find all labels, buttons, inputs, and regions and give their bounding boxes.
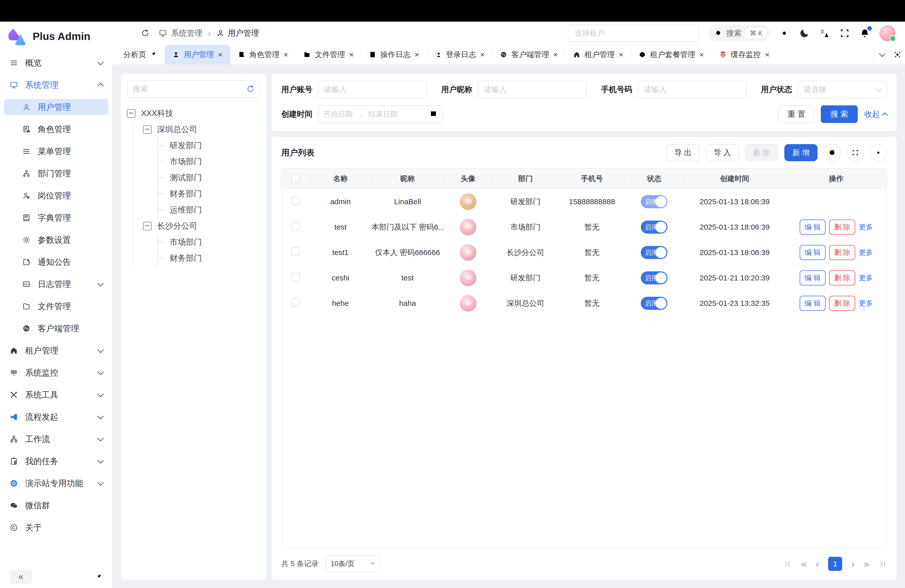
sidebar-item-workflow[interactable]: 工作流 bbox=[4, 431, 108, 447]
close-icon[interactable] bbox=[553, 51, 558, 59]
fullscreen-icon[interactable] bbox=[839, 28, 850, 39]
avatar[interactable] bbox=[880, 25, 895, 41]
sidebar-item-overview[interactable]: 概览 bbox=[4, 55, 108, 71]
delete-row-button[interactable]: 删 除 bbox=[829, 245, 855, 260]
close-icon[interactable] bbox=[349, 51, 354, 59]
delete-row-button[interactable]: 删 除 bbox=[829, 270, 855, 286]
status-toggle[interactable]: 启用 bbox=[641, 221, 667, 234]
page-size-select[interactable]: 10条/页 bbox=[325, 556, 380, 572]
close-icon[interactable] bbox=[414, 51, 419, 59]
sidebar-item-system-mgmt[interactable]: 系统管理 bbox=[4, 77, 108, 93]
global-search-button[interactable]: 搜索 ⌘ K bbox=[708, 25, 770, 41]
tree-refresh-icon[interactable] bbox=[241, 85, 260, 93]
tree-node-leaf[interactable]: 市场部门 bbox=[158, 234, 260, 250]
sidebar-item-user-mgmt[interactable]: 用户管理 bbox=[4, 99, 108, 115]
status-toggle[interactable]: 启用 bbox=[641, 297, 667, 310]
tree-collapse-icon[interactable] bbox=[143, 125, 152, 134]
table-refresh-button[interactable] bbox=[824, 144, 841, 161]
tree-node-leaf[interactable]: 研发部门 bbox=[158, 138, 260, 154]
more-link[interactable]: 更多 bbox=[859, 274, 873, 282]
edit-button[interactable]: 编 辑 bbox=[800, 270, 826, 286]
sidebar-item-tenant-mgmt[interactable]: 租户管理 bbox=[4, 343, 108, 359]
row-checkbox[interactable] bbox=[291, 273, 300, 281]
row-checkbox[interactable] bbox=[291, 248, 300, 256]
sidebar-item-dict-mgmt[interactable]: 字典管理 bbox=[4, 210, 108, 226]
tabs-dropdown-button[interactable] bbox=[874, 45, 890, 64]
breadcrumb-level1[interactable]: 系统管理 bbox=[171, 28, 202, 38]
pin-icon[interactable] bbox=[150, 50, 157, 59]
more-link[interactable]: 更多 bbox=[859, 223, 873, 231]
delete-row-button[interactable]: 删 除 bbox=[829, 296, 855, 311]
import-button[interactable]: 导 入 bbox=[706, 144, 739, 161]
tree-collapse-icon[interactable] bbox=[143, 222, 152, 230]
current-page-button[interactable]: 1 bbox=[828, 557, 842, 571]
sidebar-item-system-monitor[interactable]: 系统监控 bbox=[4, 365, 108, 381]
tab-analysis[interactable]: 分析页 bbox=[116, 45, 165, 64]
table-settings-button[interactable] bbox=[870, 144, 887, 161]
more-link[interactable]: 更多 bbox=[859, 248, 873, 256]
sidebar-item-client-mgmt[interactable]: 客户端管理 bbox=[4, 320, 108, 337]
sidebar-item-demo-features[interactable]: 演示站专用功能 bbox=[4, 475, 108, 491]
tab-client-mgmt[interactable]: 客户端管理 bbox=[492, 45, 565, 64]
sidebar-item-menu-mgmt[interactable]: 菜单管理 bbox=[4, 143, 108, 159]
nickname-input[interactable] bbox=[478, 81, 587, 99]
status-toggle[interactable]: 启用 bbox=[641, 271, 667, 284]
tree-node-root[interactable]: XXX科技 bbox=[127, 105, 260, 121]
sidebar-item-file-mgmt[interactable]: 文件管理 bbox=[4, 298, 108, 315]
tree-node-leaf[interactable]: 测试部门 bbox=[158, 170, 260, 186]
table-fullscreen-button[interactable] bbox=[847, 144, 864, 161]
phone-input[interactable] bbox=[638, 81, 747, 99]
last-page-button[interactable] bbox=[878, 559, 887, 568]
tab-user-mgmt[interactable]: 用户管理 bbox=[165, 45, 230, 64]
delete-button[interactable]: 删 除 bbox=[745, 144, 778, 161]
sidebar-collapse-button[interactable]: « bbox=[10, 570, 32, 584]
sidebar-item-notice[interactable]: 通知公告 bbox=[4, 254, 108, 270]
tree-collapse-icon[interactable] bbox=[127, 109, 135, 118]
add-button[interactable]: 新 增 bbox=[784, 144, 818, 161]
sidebar-item-system-tools[interactable]: 系统工具 bbox=[4, 387, 108, 403]
prev-jump-button[interactable] bbox=[801, 559, 807, 569]
tab-role-mgmt[interactable]: 角色管理 bbox=[230, 45, 296, 64]
tree-node-leaf[interactable]: 财务部门 bbox=[158, 186, 260, 202]
row-checkbox[interactable] bbox=[291, 197, 300, 205]
tree-node-leaf[interactable]: 运维部门 bbox=[158, 202, 260, 218]
sidebar-item-wechat-group[interactable]: 微信群 bbox=[4, 497, 108, 513]
close-icon[interactable] bbox=[218, 51, 223, 59]
sidebar-item-post-mgmt[interactable]: 岗位管理 bbox=[4, 188, 108, 204]
date-range-picker[interactable]: 开始日期 结束日期 bbox=[318, 105, 443, 123]
first-page-button[interactable] bbox=[784, 559, 792, 568]
sidebar-item-log-mgmt[interactable]: 日志管理 bbox=[4, 276, 108, 292]
select-all-checkbox[interactable] bbox=[291, 174, 300, 182]
tab-tenant-mgmt[interactable]: 租户管理 bbox=[565, 45, 631, 64]
close-icon[interactable] bbox=[284, 51, 288, 59]
row-checkbox[interactable] bbox=[291, 222, 300, 230]
sidebar-item-about[interactable]: 关于 bbox=[4, 520, 108, 536]
tab-login-log[interactable]: 登录日志 bbox=[427, 45, 492, 64]
edit-button[interactable]: 编 辑 bbox=[800, 245, 826, 260]
tree-node-leaf[interactable]: 市场部门 bbox=[158, 154, 260, 170]
more-link[interactable]: 更多 bbox=[859, 299, 873, 307]
row-checkbox[interactable] bbox=[291, 298, 300, 307]
close-icon[interactable] bbox=[765, 51, 770, 59]
sidebar-item-my-tasks[interactable]: 我的任务 bbox=[4, 453, 108, 469]
tree-node-branch[interactable]: 长沙分公司 bbox=[133, 218, 260, 234]
dark-mode-moon-icon[interactable] bbox=[799, 28, 810, 39]
sidebar-item-process-start[interactable]: 流程发起 bbox=[4, 409, 108, 425]
collapse-filter-link[interactable]: 收起 bbox=[864, 109, 887, 119]
content-fullscreen-button[interactable] bbox=[890, 45, 905, 64]
account-input[interactable] bbox=[318, 81, 427, 99]
close-icon[interactable] bbox=[619, 51, 624, 59]
gear-icon[interactable] bbox=[779, 28, 790, 39]
close-icon[interactable] bbox=[480, 51, 485, 59]
search-button[interactable]: 搜 索 bbox=[821, 105, 858, 123]
translate-icon[interactable] bbox=[819, 28, 830, 39]
tab-tenant-package-mgmt[interactable]: 租户套餐管理 bbox=[631, 45, 712, 64]
refresh-icon[interactable] bbox=[141, 29, 149, 38]
status-toggle[interactable]: 启用 bbox=[641, 246, 667, 259]
next-page-button[interactable] bbox=[851, 559, 854, 569]
next-jump-button[interactable] bbox=[864, 559, 869, 569]
close-icon[interactable] bbox=[699, 51, 704, 59]
tab-cache-monitor[interactable]: 缓存监控 bbox=[712, 45, 777, 64]
status-toggle[interactable]: 启用 bbox=[641, 195, 667, 208]
sidebar-item-param-settings[interactable]: 参数设置 bbox=[4, 232, 108, 248]
